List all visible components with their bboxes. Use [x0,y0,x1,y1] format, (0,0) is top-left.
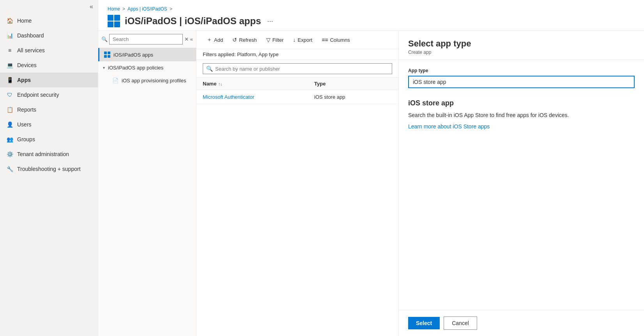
devices-icon: 💻 [6,62,13,69]
troubleshooting-icon: 🔧 [6,165,13,172]
sidebar-item-label: Home [17,18,32,24]
search-icon: 🔍 [101,36,108,42]
sidebar: « 🏠 Home 📊 Dashboard ≡ All services 💻 De… [0,0,98,336]
row-name[interactable]: Microsoft Authenticator [203,94,314,100]
list-search-icon: 🔍 [206,66,213,72]
refresh-label: Refresh [239,37,257,43]
sidebar-item-label: Dashboard [17,32,44,39]
filters-text: Filters applied: Platform, App type [203,52,278,57]
sidebar-item-reports[interactable]: 📋 Reports [0,102,98,117]
add-icon: ＋ [207,36,212,43]
sidebar-collapse-button[interactable]: « [85,0,98,13]
breadcrumb-home[interactable]: Home [108,6,120,12]
filter-button[interactable]: ▽ Filter [262,34,288,45]
apps-icon: 📱 [6,76,13,84]
nav-sub-item-provisioning[interactable]: 📄 iOS app provisioning profiles [98,74,196,87]
more-options-button[interactable]: ··· [267,17,273,25]
page-icon [108,15,120,27]
add-button[interactable]: ＋ Add [203,34,227,46]
split-area: 🔍 ✕ « iOS/iPadOS apps ▾ iOS/iPadOS app p… [98,31,644,336]
page-header: Home > Apps | iOS/iPadOS > iOS/iPadOS | … [98,0,644,31]
sidebar-item-users[interactable]: 👤 Users [0,117,98,132]
clear-search-button[interactable]: ✕ [184,36,189,42]
users-icon: 👤 [6,121,13,128]
breadcrumb-apps-ios[interactable]: Apps | iOS/iPadOS [127,6,167,12]
sidebar-item-label: Troubleshooting + support [17,166,81,172]
provisioning-icon: 📄 [112,78,119,84]
refresh-button[interactable]: ↺ Refresh [228,34,261,45]
list-search: 🔍 [196,60,398,78]
filter-icon: ▽ [266,37,271,43]
column-name-header[interactable]: Name ↑↓ [203,81,314,87]
sort-icon: ↑↓ [218,82,222,86]
ios-apps-nav-icon [104,52,110,58]
filter-label: Filter [272,37,284,43]
content-area: ＋ Add ↺ Refresh ▽ Filter ↓ Export ≡≡ C [196,31,398,336]
left-panel: 🔍 ✕ « iOS/iPadOS apps ▾ iOS/iPadOS app p… [98,31,196,336]
app-type-title: iOS store app [408,99,635,107]
home-icon: 🏠 [6,17,13,24]
sidebar-item-label: Reports [17,107,36,113]
sidebar-item-devices[interactable]: 💻 Devices [0,58,98,73]
reports-icon: 📋 [6,106,13,113]
nav-item-ios-ipadOS-apps[interactable]: iOS/iPadOS apps [98,48,196,61]
sidebar-item-label: Devices [17,62,37,68]
sidebar-item-endpoint-security[interactable]: 🛡 Endpoint security [0,87,98,102]
list-search-inner: 🔍 [203,63,392,74]
cancel-button[interactable]: Cancel [444,316,477,330]
columns-label: Columns [330,37,350,43]
right-panel-header: Select app type Create app [399,31,644,60]
right-panel-footer: Select Cancel [399,310,644,336]
select-button[interactable]: Select [408,317,440,329]
nav-group-label: iOS/iPadOS app policies [108,65,163,71]
page-title: iOS/iPadOS | iOS/iPadOS apps [125,16,261,27]
export-button[interactable]: ↓ Export [289,34,317,45]
refresh-icon: ↺ [232,37,237,43]
sidebar-item-all-services[interactable]: ≡ All services [0,43,98,58]
sidebar-item-label: Apps [17,77,31,83]
dashboard-icon: 📊 [6,32,13,39]
all-services-icon: ≡ [6,47,13,54]
table-row[interactable]: Microsoft Authenticator iOS store app [196,90,398,104]
sidebar-item-apps[interactable]: 📱 Apps [0,73,98,87]
left-search-bar: 🔍 ✕ « [98,31,196,48]
learn-more-link[interactable]: Learn more about iOS Store apps [408,123,490,130]
sidebar-item-label: All services [17,47,45,53]
sidebar-item-home[interactable]: 🏠 Home [0,13,98,28]
app-type-section: iOS store app Search the built-in iOS Ap… [408,99,635,130]
right-panel-body: App type iOS store app Search the built-… [399,60,644,310]
sidebar-item-label: Groups [17,136,35,142]
sidebar-item-tenant-administration[interactable]: ⚙️ Tenant administration [0,147,98,162]
groups-icon: 👥 [6,136,13,143]
right-panel-subtitle: Create app [408,50,635,55]
collapse-panel-button[interactable]: « [190,36,193,42]
endpoint-security-icon: 🛡 [6,91,13,98]
app-type-field-label: App type [408,68,635,73]
right-panel-title: Select app type [408,39,635,49]
sidebar-item-label: Users [17,121,32,128]
columns-button[interactable]: ≡≡ Columns [318,34,354,45]
app-type-field-input[interactable] [408,76,635,88]
right-panel: Select app type Create app App type iOS … [398,31,644,336]
list-search-input[interactable] [215,66,389,72]
search-input[interactable] [109,34,183,44]
export-label: Export [298,37,313,43]
sidebar-item-groups[interactable]: 👥 Groups [0,132,98,147]
chevron-down-icon: ▾ [103,66,105,70]
sidebar-item-troubleshooting[interactable]: 🔧 Troubleshooting + support [0,162,98,176]
column-type-label: Type [314,81,326,87]
toolbar: ＋ Add ↺ Refresh ▽ Filter ↓ Export ≡≡ C [196,31,398,49]
nav-group-ios-policies[interactable]: ▾ iOS/iPadOS app policies [98,61,196,74]
app-type-description: Search the built-in iOS App Store to fin… [408,111,635,119]
add-label: Add [214,37,223,43]
row-type: iOS store app [314,94,392,100]
nav-sub-item-label: iOS app provisioning profiles [122,78,186,84]
page-title-row: iOS/iPadOS | iOS/iPadOS apps ··· [108,15,635,27]
sidebar-item-dashboard[interactable]: 📊 Dashboard [0,28,98,43]
column-name-label: Name [203,81,216,87]
export-icon: ↓ [293,37,296,43]
column-type-header: Type [314,81,392,87]
columns-icon: ≡≡ [322,37,328,43]
breadcrumb-separator-2: > [170,6,172,12]
nav-item-label: iOS/iPadOS apps [113,52,153,58]
